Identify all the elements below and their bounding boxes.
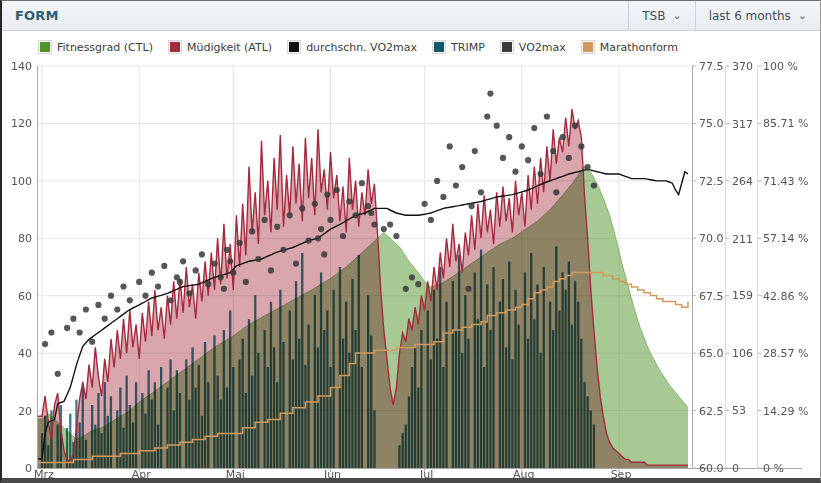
marathon-swatch-icon xyxy=(581,40,595,54)
tick-label: 0 xyxy=(732,462,739,475)
legend-label: VO2max xyxy=(519,41,566,54)
tick-label: 120 xyxy=(11,117,32,130)
legend-label: Marathonform xyxy=(600,41,678,54)
ctl-swatch-icon xyxy=(38,40,52,54)
tick-label: 0 xyxy=(25,462,32,475)
tick-label: 106 xyxy=(732,347,753,360)
tick-label: 80 xyxy=(18,232,32,245)
tick-label: 75.0 xyxy=(699,117,724,130)
vo2-swatch-icon xyxy=(500,40,514,54)
tick-label: 70.0 xyxy=(699,232,724,245)
legend-item-trimp: TRIMP xyxy=(432,40,485,54)
legend-item-vo2: VO2max xyxy=(500,40,566,54)
tick-label: 62.5 xyxy=(699,405,724,418)
tick-label: Jul xyxy=(419,468,433,479)
form-widget-window: FORM TSB ⌄ last 6 months ⌄ Fitnessgrad (… xyxy=(0,0,821,483)
tick-label: 317 xyxy=(732,118,753,131)
tick-label: 71.43 % xyxy=(763,175,808,188)
legend-label: Fitnessgrad (CTL) xyxy=(57,41,153,54)
form-chart[interactable]: 02040608010012014060.062.565.067.570.072… xyxy=(2,1,821,479)
vo2max-axis-labels: 60.062.565.067.570.072.575.077.5 xyxy=(699,60,724,475)
tick-label: 100 % xyxy=(763,60,798,73)
trimp-axis-labels: 053106159211264317370 xyxy=(732,60,753,475)
tick-label: 57.14 % xyxy=(763,232,808,245)
tick-label: 65.0 xyxy=(699,347,724,360)
tick-label: 60.0 xyxy=(699,462,724,475)
tick-label: 28.57 % xyxy=(763,347,808,360)
tick-label: 42.86 % xyxy=(763,290,808,303)
tick-label: 60 xyxy=(18,290,32,303)
tick-label: Jun xyxy=(323,468,341,479)
tick-label: Mrz xyxy=(34,468,54,479)
avg_vo2-swatch-icon xyxy=(287,40,301,54)
tick-label: Aug xyxy=(513,468,534,479)
tick-label: 72.5 xyxy=(699,175,724,188)
tick-label: 53 xyxy=(732,404,746,417)
legend-item-marathon: Marathonform xyxy=(581,40,678,54)
x-axis-month-labels: MrzAprMaiJunJulAugSep xyxy=(34,468,631,479)
tick-label: Mai xyxy=(226,468,245,479)
tick-label: 211 xyxy=(732,233,753,246)
tick-label: 159 xyxy=(732,289,753,302)
legend-item-avg_vo2: durchschn. VO2max xyxy=(287,40,417,54)
legend-item-atl: Müdigkeit (ATL) xyxy=(168,40,272,54)
legend-item-ctl: Fitnessgrad (CTL) xyxy=(38,40,153,54)
chart-legend: Fitnessgrad (CTL)Müdigkeit (ATL)durchsch… xyxy=(38,40,678,54)
percent-axis-labels: 0 %14.29 %28.57 %42.86 %57.14 %71.43 %85… xyxy=(763,60,808,475)
tick-label: 40 xyxy=(18,347,32,360)
legend-label: Müdigkeit (ATL) xyxy=(187,41,272,54)
legend-label: durchschn. VO2max xyxy=(306,41,417,54)
tick-label: 20 xyxy=(18,405,32,418)
tick-label: Apr xyxy=(132,468,152,479)
tick-label: 100 xyxy=(11,175,32,188)
legend-label: TRIMP xyxy=(451,41,485,54)
tick-label: 14.29 % xyxy=(763,405,808,418)
tick-label: 370 xyxy=(732,60,753,73)
tick-label: Sep xyxy=(611,468,632,479)
tick-label: 0 % xyxy=(763,462,784,475)
tick-label: 85.71 % xyxy=(763,117,808,130)
tick-label: 140 xyxy=(11,60,32,73)
tick-label: 77.5 xyxy=(699,60,724,73)
atl-swatch-icon xyxy=(168,40,182,54)
left-axis-labels: 020406080100120140 xyxy=(11,60,32,475)
tick-label: 67.5 xyxy=(699,290,724,303)
trimp-swatch-icon xyxy=(432,40,446,54)
tick-label: 264 xyxy=(732,175,753,188)
